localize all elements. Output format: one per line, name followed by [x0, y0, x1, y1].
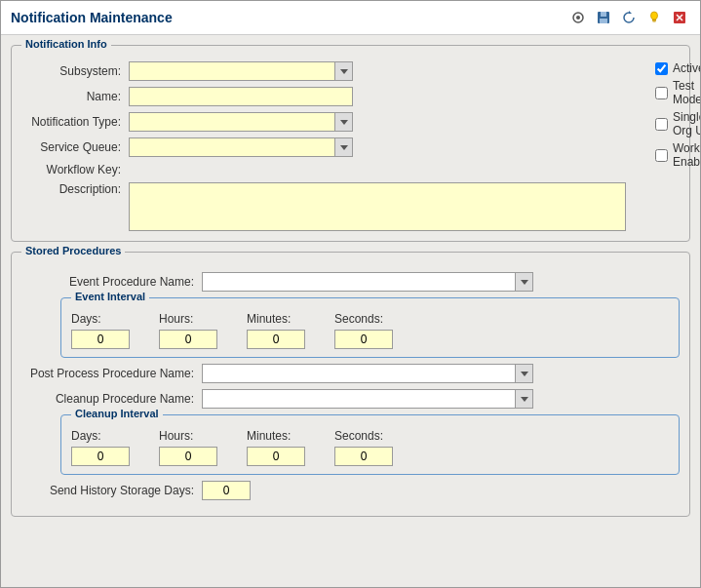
notification-type-row: Notification Type: [21, 112, 626, 132]
post-process-dropdown[interactable] [202, 364, 533, 383]
lightbulb-icon[interactable] [643, 7, 665, 28]
single-org-checkbox[interactable] [655, 118, 668, 131]
history-storage-label: Send History Storage Days: [21, 484, 202, 497]
name-row: Name: [21, 87, 626, 106]
main-content: Notification Info Subsystem: [1, 35, 700, 587]
post-process-dropdown-arrow [521, 372, 528, 376]
cleanup-procedure-input[interactable] [202, 389, 516, 409]
subsystem-dropdown[interactable] [129, 61, 353, 81]
cleanup-interval-labels: Days: Hours: Minutes: Seconds: [71, 429, 669, 443]
cleanup-seconds-label: Seconds: [334, 429, 393, 443]
view-icon[interactable] [567, 7, 589, 28]
cleanup-days-label: Days: [71, 429, 130, 443]
service-queue-input[interactable] [129, 137, 335, 157]
svg-marker-5 [629, 11, 632, 14]
svg-point-6 [651, 12, 658, 20]
single-org-label: Single Org Unit [673, 110, 700, 137]
name-label: Name: [21, 90, 129, 103]
cleanup-procedure-row: Cleanup Procedure Name: [21, 389, 680, 409]
active-checkbox-row: Active [655, 61, 700, 75]
active-checkbox[interactable] [655, 62, 668, 75]
stored-procedures-title: Stored Procedures [21, 245, 125, 256]
right-checkboxes-panel: Active Test Mode Single Org Unit Wo [655, 61, 700, 231]
subsystem-dropdown-arrow [340, 69, 348, 74]
event-minutes-label: Minutes: [247, 312, 305, 326]
history-storage-input[interactable] [202, 481, 251, 500]
event-minutes-input[interactable] [247, 330, 305, 349]
subsystem-row: Subsystem: [21, 61, 626, 81]
service-queue-row: Service Queue: [21, 137, 626, 157]
notification-type-dropdown-arrow [340, 120, 348, 125]
service-queue-dropdown-arrow [340, 145, 348, 150]
event-procedure-dropdown[interactable] [202, 272, 533, 292]
post-process-dropdown-btn[interactable] [516, 364, 533, 383]
cleanup-procedure-label: Cleanup Procedure Name: [21, 392, 202, 406]
delete-icon[interactable] [669, 7, 690, 28]
event-interval-box: Event Interval Days: Hours: Minutes: Sec… [60, 297, 680, 358]
notification-type-dropdown-btn[interactable] [335, 112, 353, 132]
cleanup-minutes-label: Minutes: [247, 429, 305, 443]
service-queue-dropdown-btn[interactable] [335, 137, 353, 157]
notification-info-content: Subsystem: Name: [12, 46, 689, 241]
notification-info-inner: Subsystem: Name: [21, 61, 680, 231]
notification-info-title: Notification Info [21, 38, 111, 50]
svg-rect-3 [601, 12, 606, 17]
event-seconds-input[interactable] [334, 330, 393, 349]
notification-info-section: Notification Info Subsystem: [11, 45, 690, 242]
notification-type-input[interactable] [129, 112, 335, 132]
event-hours-input[interactable] [159, 330, 217, 349]
description-textarea[interactable] [129, 182, 626, 231]
notification-type-dropdown[interactable] [129, 112, 353, 132]
svg-point-1 [576, 16, 580, 20]
post-process-label: Post Process Procedure Name: [21, 367, 202, 380]
left-fields: Subsystem: Name: [21, 61, 626, 231]
event-procedure-input[interactable] [202, 272, 516, 292]
event-procedure-dropdown-btn[interactable] [516, 272, 533, 292]
active-label: Active [673, 61, 700, 75]
title-bar: Notification Maintenance [1, 1, 700, 35]
event-hours-label: Hours: [159, 312, 217, 326]
event-procedure-row: Event Procedure Name: [21, 272, 680, 292]
event-interval-labels: Days: Hours: Minutes: Seconds: [71, 312, 669, 326]
service-queue-label: Service Queue: [21, 140, 129, 154]
description-row: Description: [21, 182, 626, 231]
refresh-icon[interactable] [618, 7, 640, 28]
cleanup-minutes-input[interactable] [247, 447, 305, 466]
event-procedure-label: Event Procedure Name: [21, 275, 202, 289]
single-org-checkbox-row: Single Org Unit [655, 110, 700, 137]
event-days-input[interactable] [71, 330, 130, 349]
test-mode-label: Test Mode [673, 79, 700, 106]
svg-rect-8 [653, 21, 656, 22]
description-label: Description: [21, 182, 129, 196]
cleanup-hours-input[interactable] [159, 447, 217, 466]
cleanup-procedure-dropdown[interactable] [202, 389, 533, 409]
workflow-enabled-checkbox-row: Workflow Enabled [655, 141, 700, 169]
post-process-row: Post Process Procedure Name: [21, 364, 680, 383]
cleanup-interval-box: Cleanup Interval Days: Hours: Minutes: S… [60, 414, 680, 475]
page-title: Notification Maintenance [11, 10, 173, 25]
cleanup-interval-title: Cleanup Interval [71, 408, 163, 419]
subsystem-input[interactable] [129, 61, 335, 81]
cleanup-days-input[interactable] [71, 447, 130, 466]
save-icon[interactable] [593, 7, 614, 28]
event-interval-inputs [71, 330, 669, 349]
test-mode-checkbox[interactable] [655, 87, 668, 99]
workflow-key-label: Workflow Key: [21, 163, 129, 176]
event-interval-content: Days: Hours: Minutes: Seconds: [61, 298, 679, 357]
cleanup-interval-content: Days: Hours: Minutes: Seconds: [61, 415, 679, 474]
name-input[interactable] [129, 87, 353, 106]
stored-procedures-section: Stored Procedures Event Procedure Name: … [11, 252, 690, 517]
cleanup-hours-label: Hours: [159, 429, 217, 443]
service-queue-dropdown[interactable] [129, 137, 353, 157]
event-seconds-label: Seconds: [334, 312, 393, 326]
test-mode-checkbox-row: Test Mode [655, 79, 700, 106]
post-process-input[interactable] [202, 364, 516, 383]
cleanup-seconds-input[interactable] [334, 447, 393, 466]
history-storage-row: Send History Storage Days: [21, 481, 680, 500]
stored-procedures-content: Event Procedure Name: Event Interval Day… [12, 253, 689, 516]
toolbar [567, 7, 690, 28]
svg-rect-4 [600, 19, 607, 23]
workflow-enabled-checkbox[interactable] [655, 149, 668, 162]
subsystem-dropdown-btn[interactable] [335, 61, 353, 81]
cleanup-procedure-dropdown-btn[interactable] [516, 389, 533, 409]
